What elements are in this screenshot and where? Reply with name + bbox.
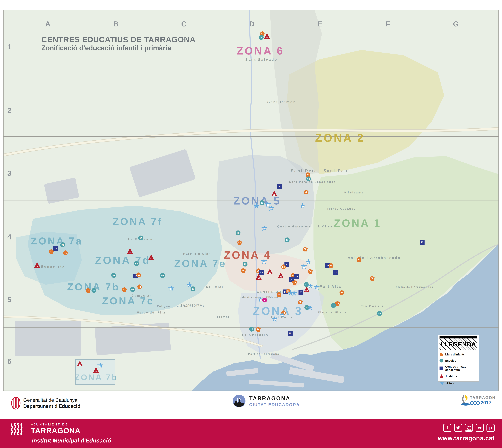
legend-item-label: Llars d'infants: [445, 353, 465, 356]
marker-escola-08[interactable]: 08: [259, 35, 264, 40]
legend-item-privat: Centres privats concertats: [439, 365, 477, 372]
generalitat-line2: Departament d'Educació: [23, 403, 81, 409]
grid-row-4: 4: [7, 233, 11, 241]
legend-title: LLEGENDA: [441, 341, 476, 348]
place-label: Riu Clar: [206, 285, 224, 289]
marker-privat-23[interactable]: 23: [298, 290, 303, 295]
place-label: Bonavista: [41, 264, 65, 269]
grid-column-A: A: [45, 20, 50, 28]
ajuntament-small-label: AJUNTAMENT DE: [31, 423, 81, 426]
flickr-icon[interactable]: [476, 424, 484, 432]
title-line2: Zonificació d'educació infantil i primàr…: [41, 44, 195, 52]
page-title: CENTRES EDUCATIUS DE TARRAGONA Zonificac…: [41, 35, 195, 52]
place-label: Platja del Miracle: [318, 311, 347, 314]
twitter-icon[interactable]: [454, 424, 462, 432]
zone-label-6: ZONA 6: [237, 45, 284, 57]
social-icons: fYouTubep: [443, 424, 495, 432]
place-label: Terres Cavades: [327, 207, 356, 210]
marker-privat-20[interactable]: 20: [277, 184, 282, 189]
legend-item-altres: Altres: [439, 381, 477, 385]
place-label: Institut Municipal d'Educació: [239, 296, 281, 298]
legend-box: LLEGENDA Llars d'infantsEscolesCentres p…: [437, 335, 479, 382]
pinterest-icon[interactable]: p: [486, 424, 495, 432]
legend-item-label: Altres: [446, 382, 454, 385]
website-url: www.tarragona.cat: [438, 434, 495, 442]
title-line1: CENTRES EDUCATIUS DE TARRAGONA: [41, 35, 195, 44]
marker-privat-21[interactable]: 21: [333, 270, 338, 275]
place-label: Verge del Pilar: [137, 311, 167, 314]
zone-label-7a: ZONA 7a: [31, 235, 83, 247]
escola-legend-icon: [439, 359, 443, 363]
grid-column-B: B: [113, 20, 118, 28]
legend-item-label: Centres privats concertats: [445, 365, 477, 372]
grid-row-2: 2: [7, 106, 11, 115]
legend-title-band: LLEGENDA: [439, 338, 477, 350]
ajuntament-waves-icon: [10, 423, 27, 436]
marker-escola-13[interactable]: 13: [304, 282, 309, 287]
marker-escola-82[interactable]: 82: [111, 273, 116, 278]
place-label: Port de Tarragona: [248, 352, 279, 355]
marker-escola-12[interactable]: 12: [331, 303, 336, 308]
marker-privat-18[interactable]: 18: [53, 246, 58, 251]
generalitat-line1: Generalitat de Catalunya: [23, 397, 81, 403]
marker-escola-16[interactable]: 16: [243, 262, 247, 267]
marker-escola-01[interactable]: 01: [60, 242, 65, 247]
ajuntament-block: AJUNTAMENT DE TARRAGONA: [10, 423, 81, 436]
zone-label-7f: ZONA 7f: [113, 216, 162, 227]
marker-escola-02[interactable]: 02: [138, 236, 143, 240]
place-label: L'Oliva: [318, 225, 333, 228]
place-label: Sant Ramon: [267, 100, 296, 104]
ciutat-educadora-subtitle: CIUTAT EDUCADORA: [249, 402, 300, 407]
place-label: Sant Salvador: [245, 57, 280, 62]
svg-text:TARRAGONA: TARRAGONA: [470, 395, 495, 400]
place-label: Els Cossis: [361, 304, 384, 308]
marker-privat-28[interactable]: 28: [288, 331, 292, 336]
marker-info-i[interactable]: i: [262, 298, 267, 303]
svg-text:2017: 2017: [481, 400, 491, 405]
ciutat-educadora-logo-icon: e: [232, 394, 246, 408]
marker-escola-80[interactable]: 80: [377, 311, 382, 316]
zone-label-7e: ZONA 7e: [174, 258, 227, 269]
generalitat-logo-icon: [11, 397, 20, 410]
place-label: Polígon Industrial Francolí: [157, 305, 204, 308]
marker-escola-11[interactable]: 11: [259, 200, 264, 205]
marker-escola-07[interactable]: 07: [92, 288, 96, 293]
marker-escola-10[interactable]: 10: [306, 176, 311, 181]
place-label: Part Alta: [320, 284, 341, 288]
grid-column-D: D: [249, 20, 254, 28]
place-label: Sant Pere de Sescelades: [289, 180, 336, 184]
marker-privat-29[interactable]: 29: [259, 270, 264, 275]
grid-row-1: 1: [7, 43, 11, 51]
grid-column-E: E: [317, 20, 322, 28]
marker-escola-15[interactable]: 15: [249, 327, 254, 332]
legend-item-llar: Llars d'infants: [439, 353, 477, 356]
llar-legend-icon: [439, 353, 443, 356]
zone-label-2: ZONA 2: [315, 131, 365, 144]
legend-top-bar: [439, 336, 477, 338]
marker-escola-04[interactable]: 04: [160, 273, 165, 278]
footer-red-bar: AJUNTAMENT DE TARRAGONA Institut Municip…: [0, 418, 502, 448]
marker-escola-05[interactable]: 05: [191, 287, 195, 291]
ciutat-educadora-name: TARRAGONA: [249, 395, 300, 401]
tarragona-2017-logo-icon: TARRAGONA 2017: [460, 393, 495, 413]
place-label: Vall de l'Arrabassada: [348, 256, 401, 260]
tarragona-2017-block: TARRAGONA 2017: [460, 393, 495, 414]
institut-municipal-label: Institut Municipal d'Educació: [32, 437, 111, 444]
marker-privat-73[interactable]: 73: [420, 240, 424, 245]
marker-escola-06[interactable]: 06: [130, 287, 135, 292]
marker-escola-17[interactable]: 17: [285, 238, 290, 242]
poster-page: ABCDEFG123456 CENTRES EDUCATIUS DE TARRA…: [0, 0, 502, 448]
place-label: Viladegats: [344, 191, 364, 194]
place-label: Icomar: [217, 315, 230, 319]
youtube-icon[interactable]: YouTube: [465, 424, 473, 432]
marker-escola-03[interactable]: 03: [134, 261, 139, 266]
grid-row-6: 6: [7, 357, 11, 365]
grid-column-C: C: [181, 20, 186, 28]
privat-legend-icon: [439, 367, 443, 370]
zone-label-7d: ZONA 7d: [95, 254, 150, 266]
marker-privat-25[interactable]: 25: [294, 274, 299, 279]
place-label: Sant Pere i Sant Pau: [291, 169, 348, 173]
facebook-icon[interactable]: f: [443, 424, 452, 432]
marker-escola-79[interactable]: 79: [236, 230, 241, 235]
place-label: Quatre Garrofers: [277, 225, 311, 228]
